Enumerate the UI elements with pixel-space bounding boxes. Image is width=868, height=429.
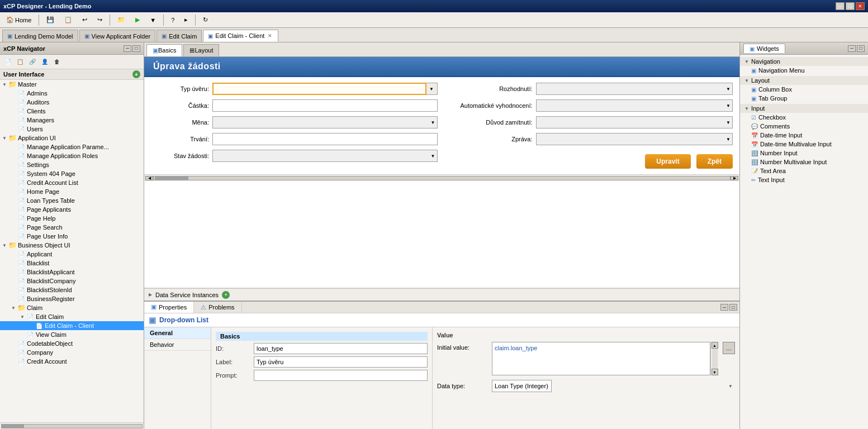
- typ-uveru-dropdown-btn[interactable]: ▼: [426, 83, 438, 95]
- widget-item-number-input[interactable]: 🔢 Number Input: [740, 149, 868, 158]
- right-panel-maximize[interactable]: □: [857, 45, 865, 52]
- tree-page-help[interactable]: 📄 Page Help: [0, 214, 144, 223]
- prop-input-id[interactable]: [254, 343, 428, 354]
- redo-btn[interactable]: ↪: [93, 14, 106, 26]
- tree-app-ui[interactable]: ▼ 📁 Application UI: [0, 134, 144, 142]
- tree-credit-account-list[interactable]: 📄 Credit Account List: [0, 178, 144, 187]
- tree-edit-claim[interactable]: ▼ 📄 Edit Claim: [0, 312, 144, 321]
- tree-404[interactable]: 📄 System 404 Page: [0, 169, 144, 178]
- tab-lending-demo-model[interactable]: ▣ Lending Demo Model: [2, 30, 78, 42]
- bottom-panel-minimize[interactable]: ─: [720, 304, 728, 311]
- widget-item-navigation-menu[interactable]: ▣ Navigation Menu: [740, 66, 868, 75]
- iv-scroll-down[interactable]: ▼: [712, 369, 718, 375]
- tree-manage-app-params[interactable]: 📄 Manage Application Parame...: [0, 142, 144, 151]
- tab-edit-claim[interactable]: ▣ Edit Claim: [156, 30, 202, 42]
- tree-codetable[interactable]: 📄 CodetableObject: [0, 339, 144, 348]
- data-type-select[interactable]: Loan Type (Integer): [492, 380, 552, 392]
- tree-blacklist[interactable]: 📄 Blacklist: [0, 259, 144, 268]
- upravit-btn[interactable]: Upravit: [645, 154, 690, 169]
- navigator-maximize-btn[interactable]: □: [132, 45, 140, 52]
- tree-clients[interactable]: 📄 Clients: [0, 107, 144, 116]
- minimize-btn[interactable]: ─: [836, 2, 845, 10]
- select-stav[interactable]: [212, 150, 438, 162]
- tree-claim[interactable]: ▼ 📁 Claim: [0, 303, 144, 312]
- widget-item-tab-group[interactable]: ▣ Tab Group: [740, 94, 868, 103]
- initial-value-box[interactable]: claim.loan_type: [492, 342, 710, 375]
- undo-btn[interactable]: ↩: [78, 14, 91, 26]
- help-btn[interactable]: ?: [167, 14, 178, 26]
- nav-link-btn[interactable]: 🔗: [27, 56, 38, 68]
- widget-section-input-header[interactable]: ▼ Input: [740, 104, 868, 113]
- widget-item-datetime-multi[interactable]: 📅 Date-time Multivalue Input: [740, 140, 868, 149]
- tree-container[interactable]: ▼ 📁 Master 📄 Admins 📄 Auditors: [0, 80, 144, 422]
- tree-auditors[interactable]: 📄 Auditors: [0, 98, 144, 107]
- widget-item-number-multi[interactable]: 🔢 Number Multivalue Input: [740, 158, 868, 166]
- tree-settings[interactable]: 📄 Settings: [0, 160, 144, 169]
- bottom-tab-properties[interactable]: ▣ Properties: [144, 302, 194, 313]
- more-btn[interactable]: ▸: [181, 14, 192, 26]
- navigator-minimize-btn[interactable]: ─: [124, 45, 131, 52]
- prop-input-prompt[interactable]: [254, 370, 428, 381]
- run-dropdown-btn[interactable]: ▼: [146, 14, 160, 26]
- prop-input-label[interactable]: [254, 356, 428, 368]
- iv-scroll-track[interactable]: [712, 349, 718, 369]
- iv-scroll-up[interactable]: ▲: [712, 342, 718, 349]
- select-zprava[interactable]: [536, 133, 733, 145]
- open-btn[interactable]: 📁: [113, 14, 129, 26]
- widget-item-text-area[interactable]: 📝 Text Area: [740, 166, 868, 175]
- widget-item-comments[interactable]: 💬 Comments: [740, 122, 868, 131]
- iv-browse-btn[interactable]: …: [723, 342, 735, 354]
- refresh-btn[interactable]: ↻: [199, 14, 212, 26]
- bottom-panel-maximize[interactable]: □: [729, 304, 737, 311]
- hscroll-left-btn[interactable]: ◀: [145, 176, 153, 180]
- tree-blacklist-company[interactable]: 📄 BlacklistCompany: [0, 277, 144, 285]
- tab-edit-claim-client[interactable]: ▣ Edit Claim - Client ✕: [203, 30, 278, 42]
- hscroll-right-btn[interactable]: ▶: [731, 176, 738, 180]
- right-panel-minimize[interactable]: ─: [848, 45, 856, 52]
- tree-admins[interactable]: 📄 Admins: [0, 89, 144, 98]
- hscroll-track[interactable]: [153, 176, 731, 180]
- widgets-tab[interactable]: ▣ Widgets: [743, 44, 785, 53]
- widget-section-layout-header[interactable]: ▼ Layout: [740, 76, 868, 85]
- widget-item-text-input[interactable]: ✏ Text Input: [740, 175, 868, 184]
- form-hscrollbar[interactable]: ◀ ▶: [144, 174, 739, 181]
- tree-loan-types[interactable]: 📄 Loan Types Table: [0, 196, 144, 205]
- select-mena[interactable]: [212, 116, 438, 128]
- bottom-tab-problems[interactable]: ⚠ Problems: [194, 302, 241, 313]
- tree-credit-account[interactable]: 📄 Credit Account: [0, 357, 144, 366]
- close-btn[interactable]: ✕: [856, 2, 865, 10]
- widget-item-column-box[interactable]: ▣ Column Box: [740, 85, 868, 94]
- zpet-btn[interactable]: Zpět: [696, 154, 733, 169]
- nav-user-btn[interactable]: 👤: [39, 56, 50, 68]
- widget-item-datetime-input[interactable]: 📅 Date-time Input: [740, 131, 868, 140]
- tree-view-claim[interactable]: 📄 View Claim: [0, 330, 144, 339]
- run-btn[interactable]: ▶: [131, 14, 144, 26]
- tree-company[interactable]: 📄 Company: [0, 348, 144, 357]
- tree-page-search[interactable]: 📄 Page Search: [0, 223, 144, 232]
- nav-new-btn[interactable]: 📄: [2, 56, 13, 68]
- tree-home-page[interactable]: 📄 Home Page: [0, 187, 144, 196]
- tree-blacklist-applicant[interactable]: 📄 BlacklistApplicant: [0, 268, 144, 277]
- tree-business-register[interactable]: 📄 BusinessRegister: [0, 294, 144, 303]
- tree-applicant[interactable]: 📄 Applicant: [0, 250, 144, 259]
- tree-users[interactable]: 📄 Users: [0, 125, 144, 134]
- tab-general[interactable]: General: [144, 327, 211, 339]
- tree-hscrollbar-thumb[interactable]: [2, 425, 24, 428]
- tree-managers[interactable]: 📄 Managers: [0, 116, 144, 125]
- hscroll-thumb[interactable]: [155, 177, 188, 180]
- save-all-btn[interactable]: 📋: [60, 14, 76, 26]
- widget-section-navigation-header[interactable]: ▼ Navigation: [740, 57, 868, 66]
- tab-close-btn[interactable]: ✕: [267, 32, 273, 39]
- nav-copy-btn[interactable]: 📋: [15, 56, 26, 68]
- input-trvani[interactable]: [212, 133, 438, 145]
- tree-master[interactable]: ▼ 📁 Master: [0, 80, 144, 89]
- tree-edit-claim-client[interactable]: 📄 Edit Claim - Client: [0, 321, 144, 330]
- editor-tab-layout[interactable]: ⊞ Layout: [183, 44, 219, 56]
- tree-page-user-info[interactable]: 📄 Page User Info: [0, 232, 144, 241]
- tree-biz-ui[interactable]: ▼ 📁 Business Object UI: [0, 241, 144, 250]
- select-rozhodnuti[interactable]: [536, 83, 733, 95]
- home-btn[interactable]: 🏠 Home: [2, 14, 35, 26]
- ds-add-btn[interactable]: +: [222, 291, 230, 299]
- ui-add-btn[interactable]: +: [132, 70, 140, 78]
- tab-view-applicant-folder[interactable]: ▣ View Applicant Folder: [79, 30, 156, 42]
